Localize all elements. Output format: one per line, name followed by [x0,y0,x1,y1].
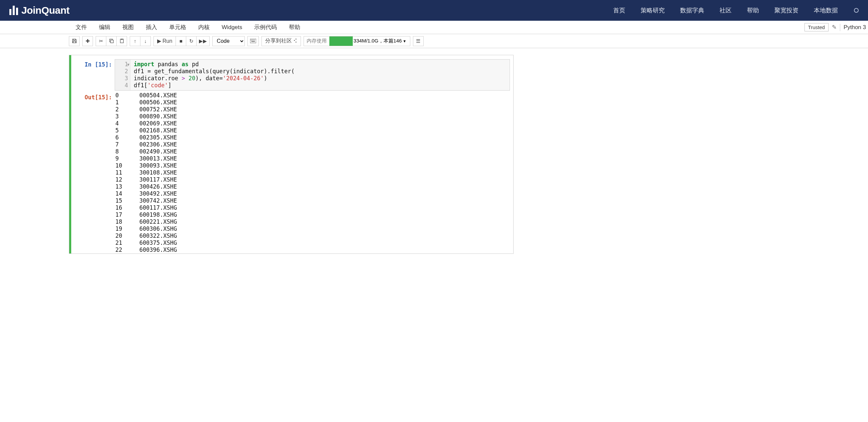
code-cell[interactable]: In [15]: ▼1234 import pandas as pd df1 =… [69,55,513,91]
menu-cell[interactable]: 单元格 [163,23,192,31]
output-text: 0 000504.XSHE 1 000506.XSHE 2 000752.XSH… [115,92,510,253]
edit-icon[interactable]: ✎ [832,24,837,31]
output-area: Out[15]: 0 000504.XSHE 1 000506.XSHE 2 0… [69,91,513,253]
in-prompt: In [15]: [74,59,115,91]
cell-type-select[interactable]: Code [212,36,245,46]
separator [840,24,840,31]
kernel-status-icon [854,8,859,13]
menu-help[interactable]: 帮助 [283,23,306,31]
svg-rect-1 [110,40,113,43]
menu-edit[interactable]: 编辑 [93,23,116,31]
svg-rect-10 [251,41,255,42]
memory-bar [329,36,353,46]
out-prompt: Out[15]: [74,92,115,253]
svg-rect-6 [252,40,252,40]
add-cell-button[interactable]: ✚ [82,36,93,46]
nav-strategy[interactable]: 策略研究 [641,6,665,14]
svg-rect-9 [254,40,255,40]
menu-view[interactable]: 视图 [116,23,140,31]
cut-button[interactable]: ✂ [96,36,106,46]
menu-widgets[interactable]: Widgets [216,24,248,31]
move-down-button[interactable]: ↓ [140,36,151,46]
nav-help[interactable]: 帮助 [747,6,759,14]
list-button[interactable]: ☰ [413,36,424,46]
svg-rect-5 [251,40,251,40]
svg-rect-3 [121,39,123,40]
interrupt-button[interactable]: ■ [176,36,186,46]
nav-home[interactable]: 首页 [613,6,625,14]
notebook-container: In [15]: ▼1234 import pandas as pd df1 =… [69,55,514,254]
code-text[interactable]: import pandas as pd df1 = get_fundamenta… [130,60,509,90]
run-button[interactable]: ▶Run [153,36,176,46]
code-input[interactable]: ▼1234 import pandas as pd df1 = get_fund… [115,59,510,91]
command-palette-button[interactable] [247,36,259,46]
nav-local-data[interactable]: 本地数据 [814,6,838,14]
restart-run-all-button[interactable]: ▶▶ [196,36,210,46]
memory-label: 内存使用 [304,38,329,44]
nav-data-dict[interactable]: 数据字典 [680,6,704,14]
paste-button[interactable] [116,36,127,46]
menu-examples[interactable]: 示例代码 [248,23,283,31]
nav-invest[interactable]: 聚宽投资 [774,6,799,14]
menu-insert[interactable]: 插入 [140,23,163,31]
toolbar: ✚ ✂ ↑ ↓ ▶Run ■ ↻ ▶▶ Code 分享到社区⠪ 内存使用 334… [0,34,868,48]
menu-file[interactable]: 文件 [69,23,93,31]
trusted-indicator[interactable]: Trusted [804,23,829,31]
memory-text: 334M/1.0G，本篇146▼ [353,38,410,44]
fold-icon[interactable]: ▼ [127,61,129,68]
line-gutter: ▼1234 [115,60,130,90]
notebook-area: In [15]: ▼1234 import pandas as pd df1 =… [0,48,868,254]
site-header: JoinQuant 首页 策略研究 数据字典 社区 帮助 聚宽投资 本地数据 [0,0,868,21]
logo-bars-icon [9,6,18,15]
save-button[interactable] [69,36,80,46]
nav-community[interactable]: 社区 [719,6,732,14]
menu-bar: 文件 编辑 视图 插入 单元格 内核 Widgets 示例代码 帮助 Trust… [0,21,868,34]
menus: 文件 编辑 视图 插入 单元格 内核 Widgets 示例代码 帮助 [69,21,306,34]
svg-rect-7 [253,40,253,40]
logo[interactable]: JoinQuant [9,5,69,16]
logo-text: JoinQuant [22,5,69,16]
svg-rect-4 [250,39,256,43]
kernel-name[interactable]: Python 3 [844,24,866,31]
memory-indicator[interactable]: 内存使用 334M/1.0G，本篇146▼ [304,36,410,46]
top-nav: 首页 策略研究 数据字典 社区 帮助 聚宽投资 本地数据 [613,6,859,14]
menu-right: Trusted ✎ Python 3 [804,21,868,34]
restart-button[interactable]: ↻ [186,36,196,46]
svg-rect-8 [253,40,254,40]
share-button[interactable]: 分享到社区⠪ [261,36,301,46]
move-up-button[interactable]: ↑ [130,36,141,46]
copy-button[interactable] [106,36,117,46]
menu-kernel[interactable]: 内核 [192,23,216,31]
